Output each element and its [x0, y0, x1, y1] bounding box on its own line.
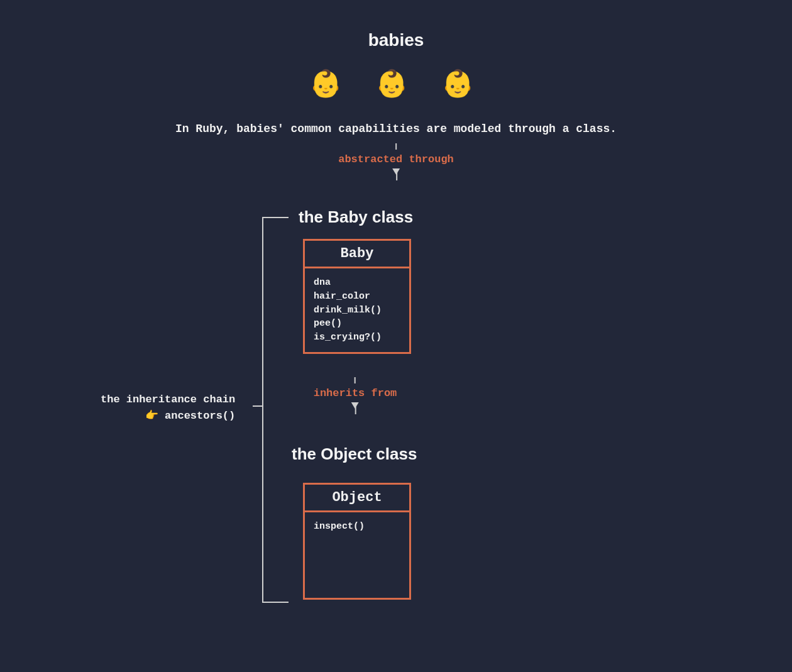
inheritance-line1: the inheritance chain — [101, 392, 235, 408]
description-text: In Ruby, babies' common capabilities are… — [175, 123, 617, 135]
baby-class-box: Baby dna hair_color drink_milk() pee() i… — [303, 239, 411, 354]
arrow-label: abstracted through — [338, 153, 454, 165]
arrow-label: inherits from — [314, 387, 397, 399]
inheritance-bracket-icon — [262, 217, 289, 603]
object-class-box: Object inspect() — [303, 483, 411, 600]
arrow-tick-icon — [395, 143, 397, 150]
class-member: is_crying?() — [314, 331, 400, 344]
ancestors-method: ancestors() — [165, 410, 235, 422]
object-class-name: Object — [305, 485, 409, 512]
bracket-connector-icon — [253, 405, 263, 407]
class-member: hair_color — [314, 290, 400, 304]
arrow-abstracted: abstracted through — [338, 143, 454, 169]
baby-class-members: dna hair_color drink_milk() pee() is_cry… — [305, 268, 409, 352]
arrow-tick-icon — [355, 377, 356, 383]
baby-emoji-row: 👶 👶 👶 — [309, 68, 483, 101]
class-member: pee() — [314, 317, 400, 331]
class-member: dna — [314, 276, 400, 290]
class-member: inspect() — [314, 520, 400, 534]
object-class-heading: the Object class — [292, 444, 417, 464]
baby-class-name: Baby — [305, 241, 409, 268]
baby-class-heading: the Baby class — [299, 207, 413, 227]
pointing-right-icon: 👉 — [145, 410, 158, 422]
class-member: drink_milk() — [314, 304, 400, 317]
inheritance-chain-label: the inheritance chain 👉 ancestors() — [101, 392, 235, 424]
arrow-inherits: inherits from — [314, 377, 397, 403]
object-class-members: inspect() — [305, 512, 409, 544]
page-title: babies — [368, 30, 424, 50]
